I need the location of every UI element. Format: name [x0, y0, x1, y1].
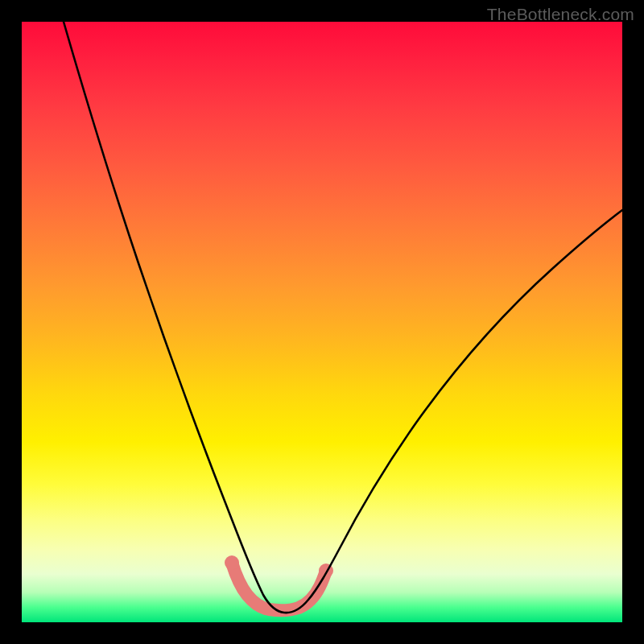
black-curve	[64, 22, 622, 613]
chart-svg	[22, 22, 622, 622]
highlight-band	[232, 563, 326, 610]
outer-frame: TheBottleneck.com	[0, 0, 644, 644]
highlight-dot-left	[225, 555, 239, 570]
plot-area	[22, 22, 622, 622]
